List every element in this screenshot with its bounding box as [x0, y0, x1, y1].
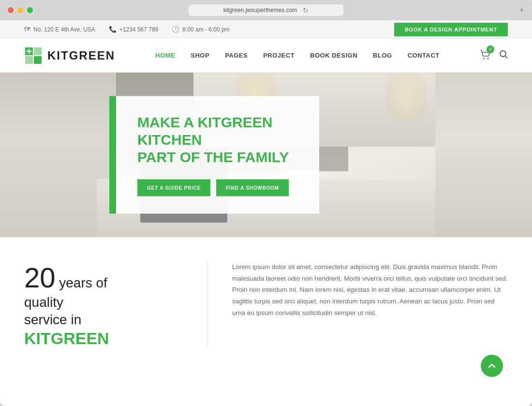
address-bar[interactable]: kitgreen.jwsuperthemes.com ↻: [189, 4, 343, 16]
svg-rect-4: [34, 56, 42, 64]
years-number: 20: [24, 262, 56, 293]
new-tab-button[interactable]: +: [519, 5, 524, 15]
content-paragraph: Lorem ipsum dolor sit amet, consectetur …: [232, 261, 508, 318]
search-icon: [499, 50, 508, 59]
cart-count: 0: [487, 45, 494, 53]
nav-project[interactable]: PROJECT: [263, 52, 295, 59]
quality-text: quality service in: [24, 294, 188, 329]
minimize-button[interactable]: [17, 7, 23, 13]
chandelier-2: [387, 73, 426, 121]
appointment-button[interactable]: BOOK A DESIGN APPOINTMENT: [394, 23, 508, 36]
hero-content-box: MAKE A KITGREEN KITCHEN PART OF THE FAMI…: [116, 96, 319, 214]
svg-point-9: [500, 51, 506, 57]
hero-buttons: GET A GUIDE PRICE FIND A SHOWROOM: [137, 180, 298, 196]
phone-text: +1234 567 789: [119, 26, 158, 33]
svg-rect-2: [34, 47, 42, 55]
hero-title: MAKE A KITGREEN KITCHEN PART OF THE FAMI…: [137, 114, 298, 166]
nav-book-design[interactable]: BOOK DESIGN: [310, 52, 357, 59]
years-label: years of: [56, 275, 107, 290]
header: KITGREEN HOME SHOP PAGES PROJECT BOOK DE…: [0, 39, 532, 73]
nav-shop[interactable]: SHOP: [191, 52, 209, 59]
browser-titlebar: kitgreen.jwsuperthemes.com ↻ +: [0, 0, 532, 20]
svg-point-8: [487, 58, 488, 59]
content-section: 20 years of quality service in KITGREEN …: [0, 237, 532, 367]
main-nav: HOME SHOP PAGES PROJECT BOOK DESIGN BLOG…: [155, 52, 439, 59]
hero-green-accent: [109, 96, 116, 214]
hours-text: 8:00 am - 6:00 pm: [182, 26, 229, 33]
guide-price-button[interactable]: GET A GUIDE PRICE: [137, 180, 210, 196]
address-text: No. 120 E 4th Ave, USA: [33, 26, 95, 33]
search-button[interactable]: [499, 50, 508, 61]
kitchen-right: [435, 73, 532, 237]
cart-button[interactable]: 0: [480, 49, 490, 62]
refresh-icon[interactable]: ↻: [303, 6, 309, 14]
chevron-up-icon: [488, 361, 496, 370]
nav-pages[interactable]: PAGES: [225, 52, 248, 59]
url-text: kitgreen.jwsuperthemes.com: [223, 7, 297, 14]
top-bar: 🗺 No. 120 E 4th Ave, USA 📞 +1234 567 789…: [0, 20, 532, 39]
content-right: Lorem ipsum dolor sit amet, consectetur …: [208, 261, 508, 348]
phone-info: 📞 +1234 567 789: [109, 26, 158, 33]
nav-contact[interactable]: CONTACT: [408, 52, 440, 59]
nav-home[interactable]: HOME: [155, 52, 175, 59]
showroom-button[interactable]: FIND A SHOWROOM: [216, 180, 289, 196]
top-bar-left: 🗺 No. 120 E 4th Ave, USA 📞 +1234 567 789…: [24, 26, 230, 33]
years-stats: 20 years of: [24, 261, 188, 294]
svg-line-10: [505, 56, 507, 58]
hours-info: 🕐 8:00 am - 6:00 pm: [172, 26, 229, 33]
hero-section: MAKE A KITGREEN KITCHEN PART OF THE FAMI…: [0, 73, 532, 237]
logo-text: KITGREEN: [47, 49, 115, 62]
content-left: 20 years of quality service in KITGREEN: [24, 261, 208, 348]
maximize-button[interactable]: [27, 7, 33, 13]
top-bar-right: BOOK A DESIGN APPOINTMENT: [394, 23, 508, 36]
website-content: 🗺 No. 120 E 4th Ave, USA 📞 +1234 567 789…: [0, 20, 532, 406]
scroll-top-button[interactable]: [481, 355, 503, 377]
svg-point-7: [483, 58, 485, 59]
logo-icon: [24, 46, 43, 65]
nav-blog[interactable]: BLOG: [373, 52, 392, 59]
close-button[interactable]: [8, 7, 14, 13]
map-icon: 🗺: [24, 26, 30, 33]
browser-window: kitgreen.jwsuperthemes.com ↻ + 🗺 No. 120…: [0, 0, 532, 406]
phone-icon: 📞: [109, 26, 117, 33]
svg-rect-3: [25, 56, 33, 64]
brand-name: KITGREEN: [24, 329, 188, 348]
address-info: 🗺 No. 120 E 4th Ave, USA: [24, 26, 95, 33]
clock-icon: 🕐: [172, 26, 179, 33]
logo[interactable]: KITGREEN: [24, 46, 115, 65]
nav-icons: 0: [480, 49, 508, 62]
